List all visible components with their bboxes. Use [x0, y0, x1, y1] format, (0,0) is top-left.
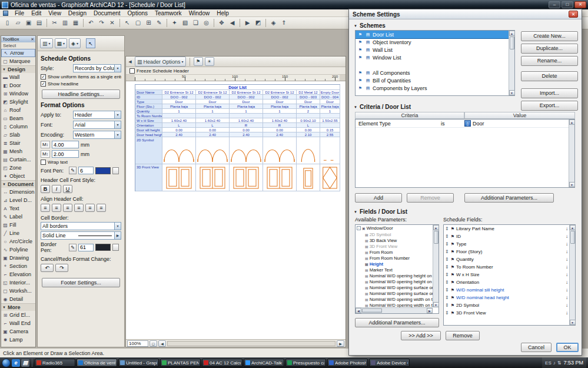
tool-label[interactable]: ✎Label: [1, 213, 35, 221]
zoom-icon[interactable]: ◎: [201, 18, 211, 28]
table-cell[interactable]: [196, 114, 230, 118]
toolbox-section-design[interactable]: ▼Design: [1, 65, 35, 73]
row-label-cell[interactable]: 2D Symbol: [135, 137, 162, 164]
field-id[interactable]: ⇕⚑ID↓: [444, 233, 569, 240]
tool-roof[interactable]: ⌂Roof: [1, 106, 35, 114]
table-cell[interactable]: 1: [263, 109, 297, 114]
sort-arrow-icon[interactable]: ↓: [566, 280, 568, 285]
field-w-d-nominal-head-height[interactable]: ⇕⚑W/D nominal head height↓: [444, 294, 569, 301]
sort-arrow-icon[interactable]: ↓: [566, 264, 568, 270]
table-cell[interactable]: L: [196, 123, 230, 128]
tool-object[interactable]: ✦Object: [1, 172, 35, 180]
tool-text[interactable]: AText: [1, 204, 35, 213]
table-cell[interactable]: Door: [297, 100, 320, 104]
schedule-canvas[interactable]: Door ListDoor NameD2 Entrance St 12D2 En…: [126, 81, 346, 339]
table-cell[interactable]: Planta baja: [263, 104, 297, 109]
tool-dimension[interactable]: ↔Dimension: [1, 188, 35, 196]
table-cell[interactable]: 0.00: [297, 128, 320, 132]
table-cell[interactable]: 2.40: [230, 132, 263, 137]
table-cell[interactable]: [320, 114, 340, 118]
table-cell[interactable]: Planta baja: [162, 104, 196, 109]
align-left-button[interactable]: ≡: [41, 204, 50, 212]
grid-snap-icon[interactable]: ⊞: [144, 18, 154, 28]
scroll-up-icon[interactable]: ▲: [509, 31, 515, 36]
tool-column[interactable]: ▯Column: [1, 122, 35, 131]
tool-slab[interactable]: ▱Slab: [1, 131, 35, 139]
close-button[interactable]: ✕: [574, 1, 586, 8]
layers-icon[interactable]: ▧: [180, 18, 190, 28]
minimize-button[interactable]: –: [549, 1, 560, 8]
single-arc-symbol[interactable]: [297, 137, 320, 164]
encoding-dropdown[interactable]: Western ▾: [73, 131, 121, 139]
table-cell[interactable]: D2 Metal 12: [297, 90, 320, 95]
field-to-room-number[interactable]: ⇕⚑To Room Number↓: [444, 263, 569, 271]
taskbar-task-adobe-device-cen[interactable]: Adobe Device Cen...: [369, 359, 410, 367]
parameter-nominal-w-d-opening-surface-on[interactable]: ▤Nominal W/D opening surface on: [356, 284, 433, 290]
align-middle-button[interactable]: ≡: [85, 204, 95, 212]
scroll-right-button[interactable]: ▶: [337, 340, 344, 347]
scroll-down-icon[interactable]: ▼: [570, 320, 576, 325]
scrollbar-thumb[interactable]: [362, 309, 382, 313]
footer-settings-button[interactable]: Footer Settings...: [42, 278, 120, 287]
border-pen-input[interactable]: [78, 244, 94, 251]
cut-icon[interactable]: ✂: [49, 18, 59, 28]
bold-button[interactable]: B: [41, 185, 50, 193]
taskbar-task-radio365[interactable]: Radio365: [35, 359, 75, 367]
field-3d-front-view[interactable]: ⇕⚑3D Front View↓: [444, 309, 569, 317]
tool-drawing[interactable]: ▣Drawing: [1, 254, 35, 262]
tool-polyline[interactable]: ∿Polyline: [1, 246, 35, 254]
table-cell[interactable]: Planta baja: [297, 104, 320, 109]
arrow-mode-button[interactable]: ↖: [86, 38, 95, 48]
save-icon[interactable]: ▣: [24, 18, 34, 28]
taskbar-task-plantas-penth[interactable]: PLANTAS PENTH...: [160, 359, 201, 367]
table-cell[interactable]: 1.60x2.40: [162, 118, 196, 123]
table-cell[interactable]: 0.15: [320, 128, 340, 132]
open-icon[interactable]: ▱: [13, 18, 23, 28]
italic-button[interactable]: I: [52, 185, 61, 193]
parameter-marker-text[interactable]: ▤Marker Text: [356, 267, 433, 273]
align-top-button[interactable]: ≡: [74, 204, 84, 212]
table-cell[interactable]: [263, 114, 297, 118]
table-cell[interactable]: 1.60x2.40: [196, 118, 230, 123]
table-cell[interactable]: R: [230, 123, 263, 128]
tick-marks-symbol[interactable]: [320, 137, 340, 164]
table-cell[interactable]: 2.55: [320, 132, 340, 137]
parameter-nominal-w-d-opening-height-on-t[interactable]: ▤Nominal W/D opening height on t: [356, 273, 433, 279]
table-cell[interactable]: DOO - 002: [196, 95, 230, 100]
table-cell[interactable]: [162, 114, 196, 118]
collapse-expander-icon[interactable]: -: [357, 226, 361, 230]
freeze-header-checkbox[interactable]: [129, 68, 135, 74]
scrollbar-thumb[interactable]: [510, 37, 514, 49]
taskbar-task-oficina-de-ventas[interactable]: Oficina de ventas ...: [77, 359, 117, 367]
scheme-item-components-by-layers[interactable]: ⚑▤Components by Layers: [356, 84, 509, 92]
criteria-scrollbar[interactable]: ▲ ▼: [569, 120, 574, 187]
double-door-symbol[interactable]: [263, 164, 297, 191]
table-cell[interactable]: Planta baja: [320, 104, 340, 109]
font-size-input[interactable]: [52, 141, 79, 148]
font-dropdown[interactable]: Arial ▾: [73, 121, 121, 129]
scheme-import-button[interactable]: Import...: [521, 88, 578, 98]
field-floor-story[interactable]: ⇕⚑Floor (Story)↓: [444, 248, 569, 256]
row-label-cell[interactable]: Door Name: [135, 90, 162, 95]
table-cell[interactable]: 0.00: [263, 128, 297, 132]
single-door-symbol[interactable]: [297, 164, 320, 191]
table-cell[interactable]: D2 Entrance St 12: [263, 90, 297, 95]
parameter-nominal-w-d-opening-width-on-t[interactable]: ▤Nominal W/D opening width on t: [356, 302, 433, 307]
toolbox-section-more[interactable]: ▼More: [1, 303, 35, 311]
criteria-add-button[interactable]: Add: [355, 193, 402, 203]
scheme-item-window-list[interactable]: ⚑▤Window List: [356, 54, 509, 61]
menu-options[interactable]: Options: [124, 9, 151, 17]
cell-border-dropdown[interactable]: All borders ▾: [41, 222, 121, 230]
table-cell[interactable]: DOO - 003: [297, 95, 320, 100]
align-right-button[interactable]: ≡: [63, 204, 72, 212]
line-type-dropdown[interactable]: Solid Line ▶: [41, 231, 121, 240]
double-arc-symbol[interactable]: [230, 137, 263, 164]
table-cell[interactable]: D2 Entrance St 12: [230, 90, 263, 95]
dialog-titlebar[interactable]: Scheme Settings ✕: [349, 9, 582, 19]
table-cell[interactable]: R: [263, 123, 297, 128]
tree-root-window-door[interactable]: -▣Window/Door: [356, 225, 433, 231]
field-quantity[interactable]: ⇕⚑Quantity↓: [444, 256, 569, 263]
taskbar-clock[interactable]: 7:53 PM: [563, 360, 583, 366]
fields-additional-parameters-button[interactable]: Additional Parameters...: [355, 318, 439, 327]
groups-icon[interactable]: ❏: [191, 18, 201, 28]
